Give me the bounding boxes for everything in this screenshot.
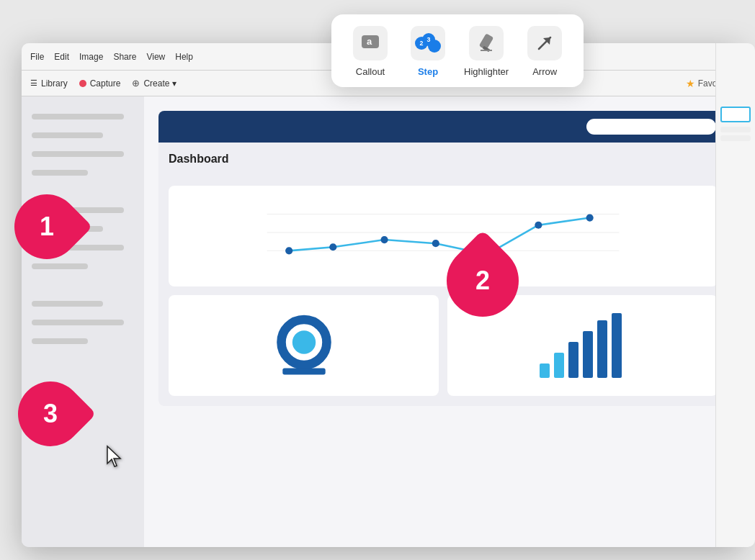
arrow-label: Arrow — [532, 66, 557, 77]
capture-button[interactable]: Capture — [79, 78, 121, 89]
menu-edit[interactable]: Edit — [54, 52, 69, 62]
sidebar-line-2 — [32, 132, 103, 138]
sidebar-line-8 — [32, 263, 88, 269]
sidebar-line-10 — [32, 320, 124, 325]
svg-rect-13 — [540, 363, 550, 378]
right-panel-input[interactable] — [720, 107, 751, 122]
svg-rect-15 — [568, 342, 578, 378]
menu-file[interactable]: File — [30, 52, 44, 62]
bottom-cards — [169, 295, 718, 396]
main-content: Dashboard — [22, 96, 742, 547]
highlighter-icon — [469, 26, 504, 60]
line-chart-card — [169, 186, 718, 286]
right-panel-content — [716, 101, 755, 150]
svg-point-3 — [285, 247, 292, 254]
step-number-1: 1 — [40, 212, 54, 242]
step-tool[interactable]: 2 3 Step — [406, 26, 450, 77]
cursor-icon — [104, 445, 125, 474]
callout-tool[interactable]: a Callout — [349, 26, 392, 77]
dashboard-body: Dashboard — [158, 143, 728, 406]
highlighter-label: Highlighter — [464, 66, 509, 77]
svg-rect-14 — [554, 353, 564, 378]
content-area: Dashboard — [144, 96, 742, 547]
right-panel-line-2 — [720, 135, 751, 141]
svg-point-4 — [329, 243, 336, 250]
menu-view[interactable]: View — [146, 52, 165, 62]
svg-point-5 — [380, 236, 388, 243]
svg-rect-18 — [612, 313, 622, 378]
library-button[interactable]: ☰ Library — [30, 78, 68, 89]
app-window: File Edit Image Share View Help ☰ Librar… — [22, 43, 742, 547]
arrow-tool[interactable]: Arrow — [523, 26, 566, 77]
svg-point-9 — [586, 214, 594, 221]
toolbar-popup: a Callout 2 3 Step Highlighter — [331, 14, 584, 87]
svg-rect-17 — [597, 320, 607, 378]
highlighter-tool[interactable]: Highlighter — [464, 26, 509, 77]
step-number-3: 3 — [43, 399, 58, 429]
sidebar-line-11 — [32, 338, 88, 344]
sidebar-line-1 — [32, 114, 124, 119]
search-bar[interactable] — [586, 119, 716, 135]
step-icon: 2 3 — [411, 26, 445, 60]
dashboard-title: Dashboard — [169, 153, 718, 166]
create-button[interactable]: ⊕ Create ▾ — [132, 78, 176, 89]
svg-rect-12 — [282, 369, 325, 375]
callout-label: Callout — [356, 66, 385, 77]
right-panel-line-1 — [720, 127, 751, 132]
donut-card — [169, 295, 439, 396]
svg-point-11 — [292, 330, 315, 353]
svg-point-8 — [535, 222, 542, 229]
sidebar-line-3 — [32, 151, 124, 157]
menu-bar: File Edit Image Share View Help — [30, 52, 193, 62]
line-chart — [179, 196, 707, 276]
svg-rect-16 — [583, 331, 593, 378]
step-circle-blank — [428, 40, 441, 53]
menu-share[interactable]: Share — [113, 52, 136, 62]
step-number-2: 2 — [475, 266, 490, 296]
sidebar — [22, 96, 144, 547]
svg-text:a: a — [367, 36, 372, 47]
right-panel — [715, 43, 755, 547]
svg-point-6 — [432, 240, 439, 247]
dashboard-header — [158, 111, 728, 143]
menu-help[interactable]: Help — [175, 52, 193, 62]
arrow-icon — [527, 26, 562, 60]
menu-image[interactable]: Image — [79, 52, 103, 62]
donut-chart — [272, 313, 336, 378]
sidebar-line-4 — [32, 170, 88, 176]
step-label: Step — [418, 66, 438, 77]
callout-icon: a — [353, 26, 388, 60]
sidebar-line-9 — [32, 301, 103, 307]
bar-chart — [536, 310, 630, 381]
